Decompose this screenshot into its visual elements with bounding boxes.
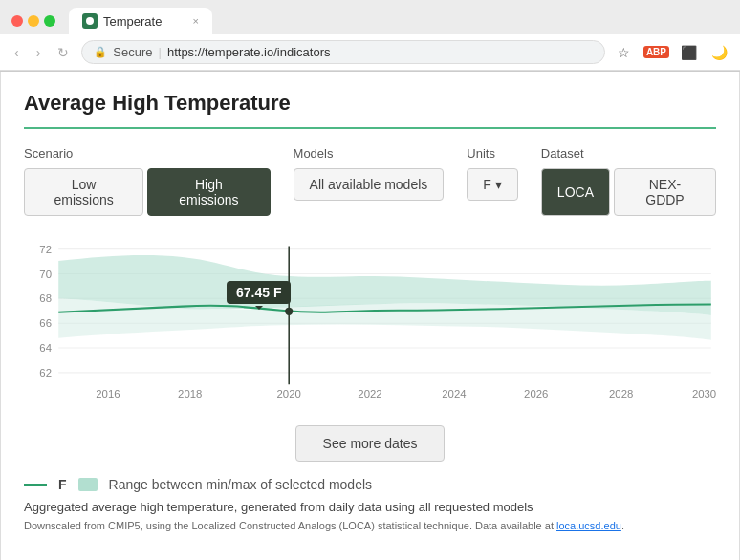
url-text: https://temperate.io/indicators: [167, 45, 331, 59]
svg-text:2026: 2026: [524, 388, 548, 399]
title-bar: Temperate ×: [0, 0, 740, 34]
tab-favicon: [82, 13, 98, 29]
legend-line-indicator: [24, 484, 47, 486]
all-models-button[interactable]: All available models: [294, 168, 445, 201]
bookmark-button[interactable]: ☆: [613, 41, 636, 64]
close-window-button[interactable]: [11, 15, 23, 27]
traffic-lights: [11, 15, 55, 27]
secure-label: Secure: [113, 45, 152, 59]
night-mode-button[interactable]: 🌙: [707, 41, 730, 64]
chart-svg[interactable]: 72 70 68 66 64 62 2016 20: [24, 231, 716, 414]
svg-text:62: 62: [39, 367, 52, 378]
nav-icons: ☆ ABP ⬛ 🌙: [613, 41, 730, 64]
legend-line-label: F: [58, 477, 67, 492]
dataset-label: Dataset: [541, 146, 716, 161]
legend: F Range between min/max of selected mode…: [24, 477, 716, 492]
extensions-button[interactable]: ⬛: [677, 41, 700, 64]
scenario-btn-group: Low emissions High emissions: [24, 168, 271, 216]
svg-text:2030: 2030: [692, 388, 716, 399]
models-control: Models All available models: [294, 146, 445, 201]
svg-point-14: [285, 308, 293, 315]
legend-range-label: Range between min/max of selected models: [109, 477, 372, 492]
browser-chrome: Temperate × ‹ › ↻ 🔒 Secure | https://tem…: [0, 0, 740, 72]
units-label: Units: [467, 146, 518, 161]
secure-icon: 🔒: [94, 46, 107, 58]
see-more-wrapper: See more dates: [24, 425, 716, 462]
footnote-link[interactable]: loca.ucsd.edu: [556, 520, 621, 531]
svg-text:68: 68: [39, 292, 52, 304]
low-emissions-button[interactable]: Low emissions: [24, 168, 143, 216]
svg-text:2024: 2024: [442, 388, 466, 399]
see-more-dates-button[interactable]: See more dates: [295, 425, 446, 462]
chevron-down-icon: ▾: [495, 177, 502, 192]
svg-text:2022: 2022: [358, 388, 381, 399]
navigation-bar: ‹ › ↻ 🔒 Secure | https://temperate.io/in…: [0, 34, 740, 71]
svg-text:2028: 2028: [609, 388, 633, 399]
svg-text:2018: 2018: [178, 388, 202, 399]
svg-text:66: 66: [39, 317, 52, 329]
chart-description: Aggregated average high temperature, gen…: [24, 500, 716, 514]
adblock-badge: ABP: [643, 46, 669, 58]
legend-range-indicator: [78, 478, 98, 491]
controls-row: Scenario Low emissions High emissions Mo…: [24, 146, 716, 216]
loca-button[interactable]: LOCA: [541, 168, 610, 216]
footnote-text: Downscaled from CMIP5, using the Localiz…: [24, 520, 554, 531]
scenario-control: Scenario Low emissions High emissions: [24, 146, 271, 216]
page-content: Average High Temperature Scenario Low em…: [0, 72, 740, 560]
footnote: Downscaled from CMIP5, using the Localiz…: [24, 520, 716, 531]
models-label: Models: [294, 146, 445, 161]
page-title: Average High Temperature: [24, 91, 716, 129]
scenario-label: Scenario: [24, 146, 271, 161]
svg-point-0: [86, 17, 94, 25]
back-button[interactable]: ‹: [10, 43, 24, 62]
chart-container: 67.45 F 72 70 68 66 64 62: [24, 231, 716, 418]
units-control: Units F ▾: [467, 146, 518, 201]
high-emissions-button[interactable]: High emissions: [147, 168, 270, 216]
dataset-btn-group: LOCA NEX-GDDP: [541, 168, 716, 216]
address-bar[interactable]: 🔒 Secure | https://temperate.io/indicato…: [81, 40, 605, 64]
svg-text:72: 72: [39, 244, 52, 255]
units-button[interactable]: F ▾: [467, 168, 518, 201]
svg-text:2016: 2016: [96, 388, 120, 399]
svg-text:70: 70: [39, 269, 52, 280]
nexgddp-button[interactable]: NEX-GDDP: [614, 168, 716, 216]
minimize-window-button[interactable]: [28, 15, 39, 27]
svg-text:2020: 2020: [277, 388, 301, 399]
tab-close-button[interactable]: ×: [193, 15, 199, 27]
dataset-control: Dataset LOCA NEX-GDDP: [541, 146, 716, 216]
refresh-button[interactable]: ↻: [53, 43, 74, 62]
browser-tab[interactable]: Temperate ×: [69, 8, 212, 34]
tab-title: Temperate: [103, 14, 162, 29]
forward-button[interactable]: ›: [32, 43, 46, 62]
svg-text:64: 64: [39, 342, 52, 354]
tooltip-value: 67.45 F: [236, 285, 281, 300]
chart-tooltip: 67.45 F: [227, 281, 291, 304]
maximize-window-button[interactable]: [44, 15, 55, 27]
units-value: F: [483, 177, 491, 192]
